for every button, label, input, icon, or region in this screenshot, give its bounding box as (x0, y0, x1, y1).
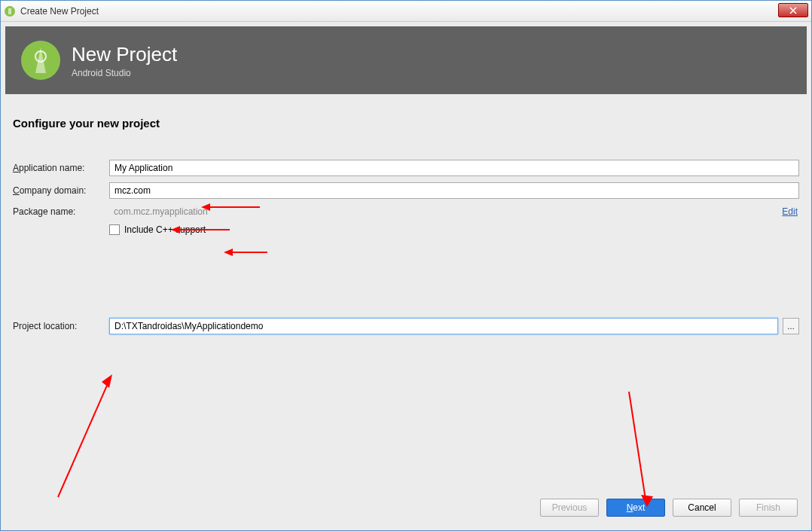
dialog-body: New Project Android Studio Configure you… (1, 22, 811, 530)
include-cpp-checkbox[interactable] (109, 224, 120, 235)
annotation-arrow-icon (50, 373, 118, 501)
package-name-label: Package name: (13, 206, 109, 217)
svg-line-10 (58, 380, 109, 497)
company-domain-label: Company domain: (13, 185, 109, 196)
android-studio-icon (4, 5, 16, 17)
svg-line-12 (629, 392, 646, 499)
company-domain-input[interactable] (109, 182, 799, 199)
titlebar[interactable]: Create New Project (1, 1, 811, 22)
application-name-row: Application name: (13, 160, 799, 176)
section-title: Configure your new project (5, 94, 807, 160)
label-text: ompany domain: (20, 185, 87, 196)
application-name-input[interactable] (109, 160, 799, 176)
dialog-window: Create New Project New Project Android S… (0, 0, 812, 531)
header-title: New Project (72, 43, 177, 66)
cancel-button[interactable]: Cancel (673, 499, 731, 517)
svg-rect-1 (8, 8, 11, 14)
application-name-label: Application name: (13, 163, 109, 173)
project-location-input[interactable] (109, 318, 778, 334)
window-title: Create New Project (20, 6, 99, 17)
previous-button: Previous (540, 499, 599, 517)
browse-location-button[interactable]: … (783, 318, 799, 334)
include-cpp-label: Include C++ support (124, 224, 206, 235)
next-button[interactable]: Next (606, 499, 665, 517)
annotation-arrow-icon (621, 388, 659, 508)
header-subtitle: Android Studio (72, 68, 177, 78)
dialog-header: New Project Android Studio (5, 26, 807, 94)
svg-marker-11 (102, 374, 112, 388)
package-name-value: com.mcz.myapplication (109, 205, 212, 218)
label-text: pplication name: (19, 163, 84, 173)
include-cpp-row: Include C++ support (109, 224, 799, 235)
dialog-footer: Previous Next Cancel Finish (540, 499, 798, 517)
project-location-label: Project location: (13, 321, 109, 331)
project-location-row: Project location: … (13, 318, 799, 334)
edit-package-link[interactable]: Edit (782, 206, 798, 217)
package-name-row: Package name: com.mcz.myapplication Edit (13, 205, 799, 218)
finish-button: Finish (739, 499, 798, 517)
android-studio-logo-icon (20, 40, 61, 81)
company-domain-row: Company domain: (13, 182, 799, 199)
close-button[interactable] (778, 3, 808, 17)
